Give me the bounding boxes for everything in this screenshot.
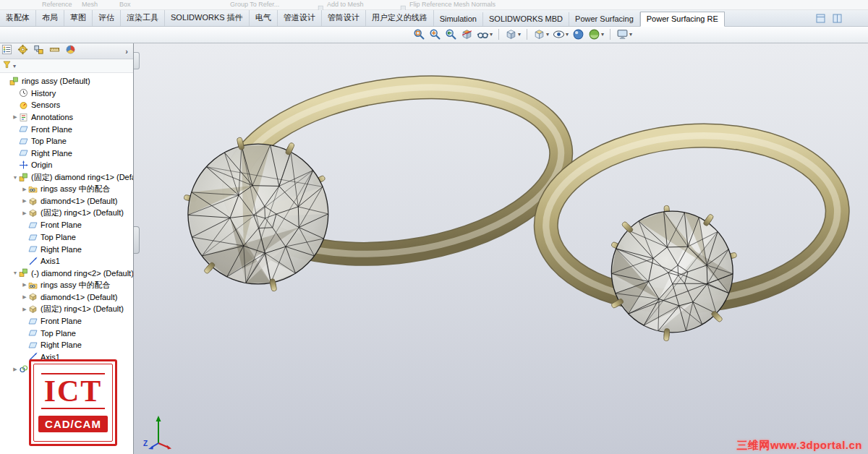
tree-item[interactable]: Right Plane — [0, 147, 133, 160]
tree-item[interactable]: ▶diamond<1> (Default) — [0, 195, 133, 207]
ribbon-tab[interactable]: 渲染工具 — [121, 10, 165, 26]
tree-item[interactable]: ▶diamond<1> (Default) — [0, 291, 133, 304]
plane-icon — [28, 340, 38, 350]
expand-arrow-icon[interactable]: ▶ — [21, 198, 28, 204]
expand-arrow-icon[interactable]: ▶ — [21, 282, 28, 288]
display-pane-expand-handle[interactable] — [134, 52, 140, 69]
tree-item[interactable]: ▶(固定) ring<1> (Default) — [0, 303, 133, 315]
plane-icon — [28, 328, 38, 338]
tree-item[interactable]: Front Plane — [0, 315, 133, 327]
expand-arrow-icon[interactable]: ▶ — [21, 307, 28, 312]
tree-item[interactable]: History — [0, 87, 133, 100]
menubar-item: Add to Mesh — [327, 1, 364, 8]
expand-arrow-icon[interactable]: ▶ — [12, 114, 19, 120]
tree-item[interactable]: Top Plane — [0, 327, 133, 339]
ribbon-tab[interactable]: 管筒设计 — [322, 10, 366, 26]
ribbon-tab[interactable]: 草图 — [64, 10, 93, 26]
toolbar-separator — [527, 29, 527, 40]
expand-arrow-icon[interactable]: ▶ — [12, 367, 19, 372]
dropdown-caret-icon[interactable]: ▾ — [566, 32, 569, 38]
apply-scene-button[interactable]: ▾ — [587, 28, 605, 40]
tree-item[interactable]: ▼(-) diamond ring<2> (Default) — [0, 267, 133, 280]
task-pane-icon[interactable] — [816, 13, 825, 26]
panel-splitter-handle[interactable] — [134, 226, 140, 254]
tree-item[interactable]: Front Plane — [0, 219, 133, 231]
dropdown-caret-icon[interactable]: ▾ — [490, 32, 493, 38]
tree-item[interactable]: ▶rings assy 中的配合 — [0, 183, 133, 195]
menubar-item: Box — [119, 1, 131, 8]
zoom-area-button[interactable] — [428, 28, 442, 40]
expand-arrow-icon[interactable]: ▼ — [12, 270, 19, 275]
dropdown-caret-icon[interactable]: ▾ — [629, 32, 632, 38]
ribbon-tab[interactable]: 管道设计 — [278, 10, 322, 26]
mates-folder-icon — [28, 280, 38, 290]
dimxpertmanager-tab-icon[interactable] — [49, 44, 60, 58]
annotation-visibility-button[interactable]: ▾ — [476, 28, 493, 40]
tree-item[interactable]: Front Plane — [0, 123, 133, 135]
ribbon-tab[interactable]: 评估 — [93, 10, 121, 26]
zoom-previous-button[interactable] — [444, 28, 458, 40]
expand-arrow-icon[interactable]: ▶ — [21, 294, 28, 300]
tree-item[interactable]: Top Plane — [0, 231, 133, 244]
view-orientation-button[interactable]: ▾ — [504, 28, 522, 40]
tree-item[interactable]: Sensors — [0, 99, 133, 111]
view-settings-button[interactable]: ▾ — [616, 28, 633, 40]
tree-item-label: Front Plane — [41, 317, 82, 325]
section-view-button[interactable] — [460, 28, 474, 40]
tree-item-label: Right Plane — [31, 149, 72, 158]
assembly-icon — [9, 77, 20, 86]
ribbon-tab[interactable]: Power Surfacing RE — [640, 12, 725, 27]
triad-z-label: Z — [143, 440, 148, 447]
tree-item-label: rings assy 中的配合 — [41, 280, 111, 291]
ict-logo: ICT CAD/CAM — [29, 359, 117, 446]
ribbon-tab[interactable]: SOLIDWORKS MBD — [483, 12, 569, 26]
ict-logo-subtext: CAD/CAM — [38, 416, 108, 432]
tree-item-label: (固定) ring<1> (Default) — [41, 304, 124, 314]
configurationmanager-tab-icon[interactable] — [33, 44, 44, 58]
dropdown-caret-icon[interactable]: ▾ — [546, 32, 549, 38]
tree-item[interactable]: ▶rings assy 中的配合 — [0, 279, 133, 291]
tree-item[interactable]: ▼(固定) diamond ring<1> (Default) — [0, 171, 133, 184]
tabbar-right-icons — [816, 13, 842, 26]
display-style-button[interactable]: ▾ — [532, 28, 550, 40]
filter-caret-icon[interactable]: ▾ — [13, 63, 16, 69]
dropdown-caret-icon[interactable]: ▾ — [518, 32, 521, 38]
hide-show-items-button[interactable]: ▾ — [552, 28, 569, 40]
part-icon — [28, 292, 38, 301]
expand-arrow-icon[interactable]: ▼ — [12, 175, 19, 180]
tree-item[interactable]: Origin — [0, 159, 133, 171]
propertymanager-tab-icon[interactable] — [17, 44, 28, 58]
tree-item[interactable]: ▶(固定) ring<1> (Default) — [0, 207, 133, 220]
tree-item[interactable]: Axis1 — [0, 255, 133, 267]
tree-item-label: Front Plane — [31, 125, 72, 134]
plane-icon — [19, 137, 29, 146]
ribbon-tab[interactable]: Simulation — [434, 12, 483, 26]
expand-arrow-icon[interactable]: ▶ — [21, 210, 28, 216]
ribbon-tab[interactable]: 用户定义的线路 — [366, 10, 434, 26]
graphics-viewport[interactable]: Z 三维网www.3dportal.cn — [134, 43, 868, 454]
tree-item[interactable]: Top Plane — [0, 135, 133, 147]
edit-appearance-button[interactable] — [571, 28, 585, 40]
display-pane-icon[interactable] — [833, 13, 842, 26]
panel-tabs-overflow-chevron[interactable]: › — [122, 47, 132, 56]
featuremanager-tab-icon[interactable] — [1, 44, 12, 58]
tree-item[interactable]: rings assy (Default) — [0, 75, 133, 87]
ribbon-tab[interactable]: Power Surfacing — [569, 12, 640, 26]
assembly-icon — [19, 268, 29, 278]
ribbon-tab[interactable]: 布局 — [36, 10, 64, 26]
zoom-fit-button[interactable] — [412, 28, 426, 40]
top-menu-strip: ReferenceMeshBoxGroup To Refer...Add to … — [0, 0, 868, 10]
filter-funnel-icon[interactable] — [2, 59, 12, 72]
ribbon-tab[interactable]: SOLIDWORKS 插件 — [165, 10, 250, 26]
ribbon-tab[interactable]: 电气 — [250, 10, 278, 26]
tree-item[interactable]: ▶Annotations — [0, 111, 133, 124]
tree-item[interactable]: Right Plane — [0, 339, 133, 351]
tree-item[interactable]: Right Plane — [0, 243, 133, 255]
dropdown-caret-icon[interactable]: ▾ — [601, 32, 604, 38]
ribbon-tab[interactable]: 装配体 — [0, 10, 36, 26]
tree-item-label: Front Plane — [41, 220, 82, 229]
displaymanager-tab-icon[interactable] — [65, 44, 76, 58]
tree-item-label: rings assy 中的配合 — [41, 184, 111, 194]
expand-arrow-icon[interactable]: ▶ — [21, 187, 28, 192]
menubar-item: Reference — [42, 1, 72, 8]
